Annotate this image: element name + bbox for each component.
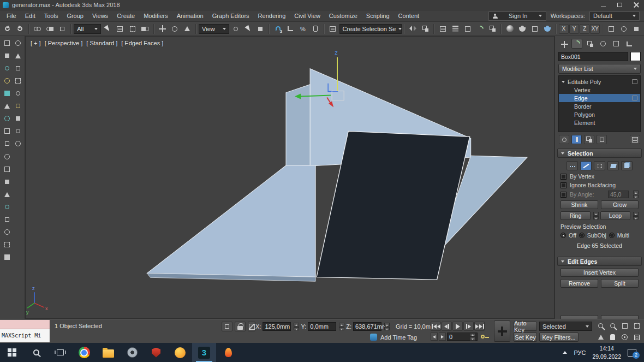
rendered-frame-window-button[interactable]: [529, 23, 541, 35]
y-coordinate-field[interactable]: 0,0mm: [308, 322, 336, 331]
left-toolbar-button-11[interactable]: [2, 102, 12, 110]
stack-row-edge[interactable]: Edge: [559, 94, 640, 102]
set-keys-button[interactable]: [494, 321, 510, 342]
axis-constraint-plane-button[interactable]: XY: [590, 24, 600, 34]
stack-row-vertex[interactable]: Vertex: [559, 86, 640, 94]
axis-constraint-y-button[interactable]: Y: [569, 24, 579, 34]
tab-utilities[interactable]: [624, 39, 635, 49]
keyboard-shortcut-override-button[interactable]: [254, 23, 266, 35]
remove-button[interactable]: Remove: [560, 279, 598, 288]
tab-motion[interactable]: [598, 39, 609, 49]
start-button[interactable]: [0, 343, 24, 362]
clipped-button[interactable]: [560, 315, 598, 319]
left-toolbar-button-6[interactable]: [13, 64, 23, 73]
border-subobject-button[interactable]: [594, 161, 605, 170]
left-toolbar-button-26[interactable]: [2, 240, 12, 249]
left-toolbar-button-5[interactable]: [2, 64, 12, 73]
selection-filter-dropdown[interactable]: All: [74, 24, 101, 34]
model-ramp-face[interactable]: [147, 165, 315, 277]
toolbar-extra-button-3[interactable]: [630, 23, 642, 35]
pan-button[interactable]: [607, 332, 618, 342]
curve-editor-button[interactable]: [474, 23, 486, 35]
action-center-button[interactable]: 2: [628, 349, 636, 357]
tab-hierarchy[interactable]: [585, 39, 595, 49]
by-vertex-checkbox[interactable]: [560, 174, 567, 180]
menu-customize[interactable]: Customize: [325, 10, 362, 21]
pin-stack-button[interactable]: [559, 135, 569, 144]
shrink-button[interactable]: Shrink: [560, 200, 598, 209]
by-angle-checkbox[interactable]: [560, 192, 567, 198]
snaps-toggle-button[interactable]: 3: [272, 23, 284, 35]
left-toolbar-button-1[interactable]: [2, 39, 12, 48]
menu-file[interactable]: File: [2, 10, 21, 21]
scene-explorer-button[interactable]: [437, 23, 449, 35]
zoom-all-button[interactable]: [607, 321, 618, 331]
menu-create[interactable]: Create: [112, 10, 139, 21]
axis-constraint-z-button[interactable]: Z: [580, 24, 589, 34]
split-button[interactable]: Split: [601, 279, 639, 288]
z-spinner[interactable]: [384, 323, 390, 330]
bind-to-space-warp-button[interactable]: [56, 23, 68, 35]
menu-scripting[interactable]: Scripting: [362, 10, 394, 21]
next-frame-button[interactable]: [463, 322, 474, 331]
loop-button[interactable]: Loop: [600, 211, 630, 220]
render-setup-button[interactable]: [516, 23, 528, 35]
grow-button[interactable]: Grow: [601, 200, 639, 209]
menu-tools[interactable]: Tools: [40, 10, 63, 21]
left-toolbar-button-10[interactable]: [13, 89, 23, 98]
current-frame-field[interactable]: 0: [447, 333, 478, 341]
stack-row-element[interactable]: Element: [559, 118, 640, 127]
ignore-backfacing-checkbox[interactable]: [560, 182, 567, 188]
left-toolbar-button-14[interactable]: [13, 114, 23, 123]
clipped-button[interactable]: [601, 315, 639, 319]
taskbar-orange-app[interactable]: [168, 343, 192, 362]
preview-multi-radio[interactable]: [609, 233, 615, 238]
spinner-snap-button[interactable]: [309, 23, 321, 35]
absolute-offset-toggle[interactable]: [248, 322, 255, 331]
menu-rendering[interactable]: Rendering: [254, 10, 290, 21]
taskbar-antivirus[interactable]: [144, 343, 168, 362]
left-toolbar-button-17[interactable]: [2, 139, 12, 148]
menu-modifiers[interactable]: Modifiers: [139, 10, 172, 21]
y-spinner[interactable]: [339, 323, 344, 330]
menu-graph-editors[interactable]: Graph Editors: [208, 10, 254, 21]
zoom-button[interactable]: [595, 321, 606, 331]
selection-lock-button[interactable]: [235, 322, 246, 331]
edit-edges-rollout-header[interactable]: Edit Edges: [557, 257, 642, 266]
x-coordinate-field[interactable]: 125,0mm: [263, 322, 291, 331]
zoom-region-button[interactable]: [631, 321, 642, 331]
key-filters-button[interactable]: Key Filters...: [539, 333, 579, 342]
ring-button[interactable]: Ring: [560, 211, 591, 220]
render-production-button[interactable]: [541, 23, 553, 35]
isolate-selection-button[interactable]: [222, 322, 232, 331]
maxscript-listener-line[interactable]: MAXScript Mi: [0, 329, 50, 342]
menu-animation[interactable]: Animation: [172, 10, 208, 21]
viewport-general-menu[interactable]: [ + ]: [31, 40, 41, 46]
left-toolbar-button-12[interactable]: [13, 102, 23, 110]
taskbar-flame-app[interactable]: [216, 343, 240, 362]
taskbar-clock[interactable]: 14:14 29.09.2022: [592, 345, 621, 360]
polygon-subobject-button[interactable]: [607, 161, 619, 170]
left-toolbar-button-20[interactable]: [2, 165, 12, 174]
axis-constraint-x-button[interactable]: X: [559, 24, 569, 34]
tray-expand-icon[interactable]: [563, 351, 567, 354]
left-toolbar-button-2[interactable]: [13, 39, 23, 48]
left-toolbar-button-22[interactable]: [2, 190, 12, 199]
go-to-end-button[interactable]: [474, 322, 485, 331]
element-subobject-button[interactable]: [621, 161, 633, 170]
left-toolbar-button-18[interactable]: [13, 139, 23, 148]
left-toolbar-button-27[interactable]: [2, 253, 12, 262]
select-and-link-button[interactable]: [32, 23, 44, 35]
previous-key-button[interactable]: [431, 333, 438, 341]
taskbar-3ds-max[interactable]: 3: [192, 343, 216, 362]
maxscript-macro-line[interactable]: [0, 320, 50, 329]
reference-coordinate-dropdown[interactable]: View: [199, 24, 229, 34]
close-button[interactable]: [628, 0, 644, 10]
maximize-button[interactable]: [611, 0, 628, 10]
add-time-tag[interactable]: Add Time Tag: [370, 334, 417, 341]
taskbar-search-button[interactable]: [24, 343, 48, 362]
insert-vertex-button[interactable]: Insert Vertex: [560, 268, 639, 277]
set-key-button[interactable]: Set Key: [514, 333, 537, 342]
left-toolbar-button-13[interactable]: [2, 114, 12, 123]
angle-snap-button[interactable]: [284, 23, 296, 35]
